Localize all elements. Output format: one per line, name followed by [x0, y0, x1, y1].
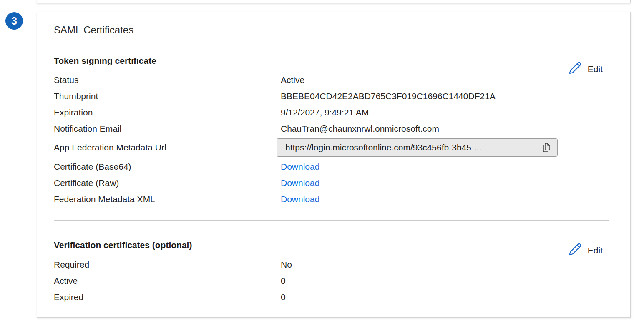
row-label: Notification Email: [54, 124, 281, 134]
row-value: 9/12/2027, 9:49:21 AM: [281, 108, 630, 118]
card-title: SAML Certificates: [54, 24, 630, 36]
table-row-required: Required No: [37, 256, 630, 273]
step-number: 3: [11, 15, 17, 27]
download-link-cert-base64[interactable]: Download: [281, 162, 319, 172]
row-label: App Federation Metadata Url: [54, 143, 281, 153]
token-signing-rows: Status Active Thumbprint BBEBE04CD42E2AB…: [37, 72, 630, 207]
table-row-cert-base64: Certificate (Base64) Download: [37, 158, 630, 175]
metadata-url-field[interactable]: https://login.microsoftonline.com/93c456…: [277, 138, 558, 157]
table-row-federation-metadata-xml: Federation Metadata XML Download: [37, 191, 630, 207]
metadata-url-value: https://login.microsoftonline.com/93c456…: [285, 143, 540, 153]
verification-rows: Required No Active 0 Expired 0: [37, 256, 630, 305]
table-row-metadata-url: App Federation Metadata Url https://logi…: [37, 137, 630, 158]
download-link-cert-raw[interactable]: Download: [281, 178, 319, 188]
row-label: Thumbprint: [54, 91, 281, 101]
pencil-edit-icon: [568, 61, 582, 77]
row-label: Required: [54, 260, 281, 270]
row-value: ChauTran@chaunxnrwl.onmicrosoft.com: [281, 124, 630, 134]
row-label: Federation Metadata XML: [54, 194, 281, 204]
row-label: Certificate (Base64): [54, 162, 281, 172]
row-label: Status: [54, 75, 281, 85]
table-row-notification-email: Notification Email ChauTran@chaunxnrwl.o…: [37, 120, 630, 137]
row-label: Certificate (Raw): [54, 178, 281, 188]
token-signing-edit-button[interactable]: Edit: [566, 60, 604, 78]
table-row-status: Status Active: [37, 72, 630, 88]
table-row-thumbprint: Thumbprint BBEBE04CD42E2ABD765C3F019C169…: [37, 88, 630, 104]
step-connector-line: [15, 0, 15, 326]
pencil-edit-icon: [568, 242, 582, 258]
edit-button-label: Edit: [588, 246, 603, 256]
verification-certificates-edit-button[interactable]: Edit: [566, 241, 604, 259]
table-row-expired-count: Expired 0: [37, 289, 630, 305]
row-label: Expired: [54, 292, 281, 302]
copy-icon[interactable]: [540, 140, 553, 155]
token-signing-heading: Token signing certificate: [54, 55, 630, 67]
saml-certificates-card: SAML Certificates Token signing certific…: [37, 12, 631, 318]
edit-button-label: Edit: [588, 64, 603, 74]
row-label: Active: [54, 276, 281, 286]
row-value: No: [281, 260, 630, 270]
row-label: Expiration: [54, 108, 281, 118]
row-value: 0: [281, 276, 630, 286]
download-link-federation-metadata-xml[interactable]: Download: [281, 194, 319, 204]
row-value: 0: [281, 292, 630, 302]
table-row-cert-raw: Certificate (Raw) Download: [37, 175, 630, 191]
verification-certificates-heading: Verification certificates (optional): [54, 239, 630, 251]
row-value: BBEBE04CD42E2ABD765C3F019C1696C1440DF21A: [281, 91, 630, 101]
table-row-active-count: Active 0: [37, 273, 630, 289]
step-badge: 3: [5, 12, 23, 30]
table-row-expiration: Expiration 9/12/2027, 9:49:21 AM: [37, 104, 630, 120]
previous-section-card-edge: [37, 0, 631, 3]
section-divider: [54, 220, 609, 221]
